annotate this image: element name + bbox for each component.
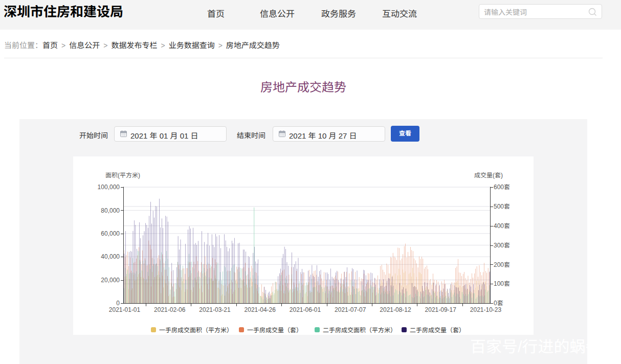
svg-text:40,000: 40,000 [101,253,120,260]
svg-text:2021-02-06: 2021-02-06 [154,306,186,313]
svg-text:2021-09-17: 2021-09-17 [425,306,457,313]
svg-text:成交量(套): 成交量(套) [474,172,503,179]
svg-text:2021-07-07: 2021-07-07 [335,306,366,313]
svg-text:100,000: 100,000 [98,184,120,191]
svg-text:2021-06-01: 2021-06-01 [290,306,321,313]
svg-text:200套: 200套 [494,261,510,268]
svg-text:400套: 400套 [494,222,510,230]
svg-text:100套: 100套 [494,280,510,287]
svg-text:80,000: 80,000 [101,207,120,214]
svg-text:2021-01-01: 2021-01-01 [109,306,141,313]
svg-text:2021-03-21: 2021-03-21 [199,306,231,313]
svg-text:500套: 500套 [494,203,510,210]
svg-text:面积(平方米): 面积(平方米) [105,172,140,179]
svg-text:600套: 600套 [494,184,510,191]
svg-text:2021-04-26: 2021-04-26 [245,306,276,313]
svg-text:60,000: 60,000 [101,230,120,237]
svg-text:20,000: 20,000 [101,277,120,284]
svg-text:300套: 300套 [494,242,510,249]
svg-text:2021-08-12: 2021-08-12 [380,306,411,313]
svg-text:2021-10-23: 2021-10-23 [470,306,502,313]
